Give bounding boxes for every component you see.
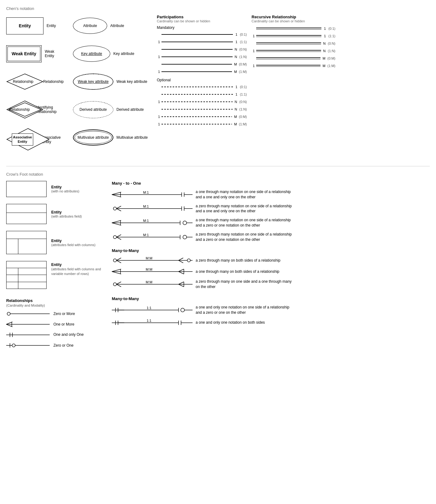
cf-mm-row-3: M:M a zero through many on one side and …: [112, 279, 430, 290]
svg-line-30: [116, 209, 121, 211]
svg-line-60: [179, 258, 183, 260]
participations-title: Participations: [157, 15, 247, 19]
entity-row: Entity Entity: [6, 15, 64, 37]
cf-mm-line-3: M:M: [112, 281, 193, 288]
zero-or-more-label: Zero or More: [53, 312, 75, 316]
cf-m1-row-1: M:1 a one through many notation on one s…: [112, 189, 430, 200]
cf-m1-row-3: M:1 a one through many notation on one s…: [112, 218, 430, 228]
cf-m1-line-1: M:1: [112, 191, 193, 198]
derived-attr-shape: Derived attribute: [73, 101, 113, 118]
recursive-row-5: M (0:M): [252, 55, 335, 61]
svg-point-4: [7, 312, 10, 315]
cf-m1-desc-4: a zero through many notation on one side…: [196, 232, 292, 242]
one-only-label: One and only One: [53, 332, 84, 337]
part-optional-row-2: 1 (1:1): [157, 91, 247, 97]
svg-text:M:M: M:M: [146, 281, 152, 284]
part-optional-row-5: 1 M (0:M): [157, 114, 247, 120]
cf-m1-desc-2: a zero through many notation on one side…: [196, 204, 292, 214]
cf-mm-row-2: M:M a one through many on both sides of …: [112, 268, 430, 275]
zero-or-more-row: Zero or More: [6, 310, 106, 317]
identifying-rel-shape: Relationship: [6, 100, 33, 119]
svg-line-85: [179, 284, 184, 287]
associative-entity-row: AssociativeEntity Associative Entity: [6, 126, 64, 153]
svg-text:1:1: 1:1: [147, 306, 151, 310]
part-mandatory-row-6: 1 M (1:M): [157, 69, 247, 75]
derived-attr-row: Derived attribute Derived attribute: [73, 98, 151, 121]
relationship-label: Relationship: [43, 79, 64, 84]
crows-section-label: Crow's Foot notation: [6, 172, 430, 177]
attribute-label: Attribute: [110, 24, 124, 28]
weak-key-shape: Weak key attribute: [73, 74, 113, 90]
derived-attr-label: Derived attribute: [116, 107, 144, 112]
cf-11-desc-1: a one and only one notation on one side …: [196, 305, 289, 315]
part-mandatory-row-5: M (0:M): [157, 61, 247, 67]
weak-entity-row: Weak Entity Weak Entity: [6, 43, 64, 65]
relationships-subtitle: (Cardinality and Modality): [6, 304, 106, 307]
cf-mm-desc-1: a zero through many on both sides of a r…: [196, 258, 280, 263]
associative-entity-shape: AssociativeEntity: [6, 128, 39, 151]
svg-line-8: [6, 324, 12, 327]
cf-mm-desc-2: a one through many on both sides of a re…: [196, 269, 279, 274]
cf-m1-line-2: M:1: [112, 205, 193, 212]
svg-line-55: [116, 258, 121, 260]
cf-entity-simple-shape: [6, 181, 47, 197]
svg-point-43: [183, 221, 187, 225]
part-optional-row-6: 1 M (1:M): [157, 121, 247, 127]
part-optional-row-1: 1 (0:1): [157, 84, 247, 90]
svg-line-62: [179, 260, 183, 263]
cf-11-line-1: 1:1: [112, 306, 193, 314]
svg-line-78: [116, 282, 121, 284]
recursive-row-3: N (0:N): [252, 40, 335, 47]
relationship-row: Relationship Relationship: [6, 70, 64, 93]
part-mandatory-row-3: N (0:N): [157, 46, 247, 52]
zero-or-one-label: Zero or One: [53, 343, 74, 348]
part-optional-row-4: N (1:N): [157, 106, 247, 112]
weak-entity-shape: Weak Entity: [6, 45, 42, 62]
crows-diagrams-col: Many - to - One M:1 a one th: [112, 181, 430, 330]
chens-top-row: Entity Entity Weak Entity Weak Entity: [6, 15, 430, 158]
recursive-row-2: 1 1 (1:1): [252, 33, 335, 39]
svg-line-72: [179, 269, 184, 272]
cf-mm-desc-3: a zero through many on one side and a on…: [196, 279, 292, 290]
svg-text:M:1: M:1: [143, 233, 149, 237]
svg-line-83: [179, 282, 184, 284]
zero-or-one-row: Zero or One: [6, 342, 106, 349]
key-attribute-label: Key attribute: [113, 52, 134, 56]
one-only-row: One and only One: [6, 331, 106, 338]
zero-or-one-symbol: [6, 342, 50, 349]
svg-line-74: [179, 272, 184, 274]
chens-section: Chen's notation Entity Entity Weak Entit…: [6, 6, 430, 158]
cf-mm-row-1: M:M a zero through many on both sides of…: [112, 257, 430, 264]
cf-entity-attrs-shape: [6, 204, 47, 224]
identifying-rel-row: Relationship Identifying Relationship: [6, 98, 64, 121]
part-optional-row-3: 1 N (0:N): [157, 99, 247, 105]
part-mandatory-row-2: 1 1 (1:1): [157, 39, 247, 45]
chens-shapes-column: Entity Entity Weak Entity Weak Entity: [6, 15, 64, 158]
one-or-more-label: One or More: [53, 322, 74, 326]
recursive-subtitle: Cardinality can be shown or hidden: [252, 19, 335, 23]
cf-m1-desc-1: a one through many notation on one side …: [196, 189, 291, 200]
one-to-one-title: Many-to-Many: [112, 296, 430, 301]
cf-entity-variable-row: Entity (attributes field with columns an…: [6, 261, 106, 289]
many-to-one-title: Many - to - One: [112, 181, 430, 186]
svg-point-77: [113, 283, 116, 286]
recursive-row-4: 1 N (1:N): [252, 48, 335, 54]
svg-line-68: [112, 272, 121, 274]
chens-attrs-column: Attribute Attribute Key attribute Key at…: [73, 15, 151, 158]
entity-label: Entity: [47, 24, 56, 28]
svg-point-52: [183, 235, 187, 239]
entity-shape: Entity: [6, 17, 43, 34]
cf-m1-row-2: M:1 a zero through many notation on one …: [112, 204, 430, 214]
cf-mm-line-1: M:M: [112, 257, 193, 264]
cf-m1-row-4: M:1 a zero through many notation on one …: [112, 232, 430, 242]
mandatory-label: Mandatory: [157, 25, 247, 30]
part-mandatory-row-4: 1 N (1:N): [157, 54, 247, 60]
attribute-row: Attribute Attribute: [73, 15, 151, 37]
one-or-more-symbol: [6, 321, 50, 328]
weak-entity-label: Weak Entity: [45, 49, 64, 58]
svg-line-20: [112, 195, 121, 197]
svg-point-54: [113, 259, 116, 262]
svg-text:M:1: M:1: [143, 219, 149, 223]
cf-entity-cols-shape: [6, 231, 47, 254]
weak-key-row: Weak key attribute Weak key attribute: [73, 70, 151, 93]
